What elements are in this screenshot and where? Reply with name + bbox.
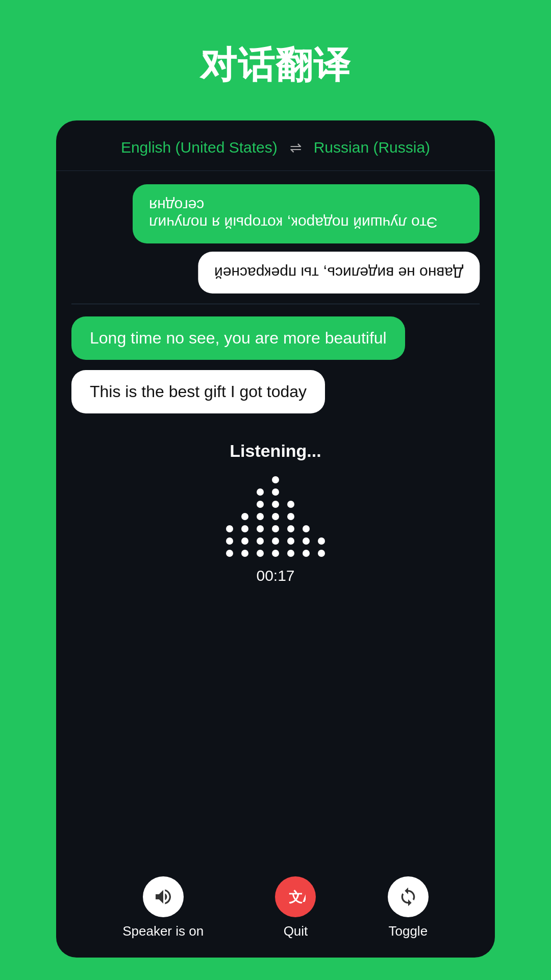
dot (241, 537, 248, 545)
dot (226, 550, 233, 557)
dot (226, 537, 233, 545)
dot (257, 501, 264, 508)
waveform-col-1 (226, 525, 233, 557)
dot (257, 525, 264, 532)
flipped-white-bubble: Давно не виделись, ты прекрасней (198, 252, 480, 293)
dot (272, 476, 279, 483)
dot (257, 488, 264, 496)
waveform (226, 475, 325, 557)
toggle-icon-bg (388, 876, 429, 917)
dot (272, 537, 279, 545)
waveform-col-2 (241, 513, 248, 557)
toggle-button[interactable]: Toggle (388, 876, 429, 939)
swap-icon[interactable]: ⇌ (290, 139, 302, 156)
dot (272, 513, 279, 520)
dot (241, 513, 248, 520)
dot (303, 537, 310, 545)
speaker-icon-bg (143, 876, 184, 917)
speaker-icon (153, 887, 173, 907)
translate-icon: 文A (285, 887, 306, 907)
bottom-controls: Speaker is on 文A Quit Toggle (56, 864, 495, 958)
dot (241, 525, 248, 532)
normal-green-bubble: Long time no see, you are more beautiful (71, 316, 405, 360)
svg-text:文A: 文A (289, 890, 306, 905)
language-right[interactable]: Russian (Russia) (314, 139, 430, 156)
waveform-col-3 (257, 488, 264, 557)
waveform-col-6 (303, 525, 310, 557)
normal-white-bubble: This is the best gift I got today (71, 370, 325, 413)
listening-area: Listening... (56, 426, 495, 864)
translation-card: English (United States) ⇌ Russian (Russi… (56, 120, 495, 958)
dot (287, 550, 294, 557)
toggle-icon (398, 887, 418, 907)
waveform-col-5 (287, 501, 294, 557)
app-title: 对话翻译 (200, 41, 351, 90)
dot (287, 501, 294, 508)
dot (287, 513, 294, 520)
quit-label: Quit (284, 923, 308, 939)
dot (241, 550, 248, 557)
quit-icon-bg: 文A (275, 876, 316, 917)
dot (226, 525, 233, 532)
dot (257, 550, 264, 557)
language-header: English (United States) ⇌ Russian (Russi… (56, 120, 495, 171)
dot (272, 525, 279, 532)
dot (257, 537, 264, 545)
quit-button[interactable]: 文A Quit (275, 876, 316, 939)
language-left[interactable]: English (United States) (121, 139, 278, 156)
dot (318, 550, 325, 557)
toggle-label: Toggle (388, 923, 428, 939)
dot (318, 537, 325, 545)
dot (287, 525, 294, 532)
timer: 00:17 (256, 567, 294, 584)
dot (303, 550, 310, 557)
speaker-label: Speaker is on (122, 923, 204, 939)
waveform-col-4 (272, 476, 279, 557)
dot (287, 537, 294, 545)
dot (272, 488, 279, 496)
waveform-col-7 (318, 537, 325, 557)
messages-lower: Long time no see, you are more beautiful… (56, 304, 495, 426)
flipped-green-bubble: Это лучший подарок, который я получил се… (133, 184, 480, 243)
dot (272, 550, 279, 557)
speaker-button[interactable]: Speaker is on (122, 876, 204, 939)
dot (272, 501, 279, 508)
listening-label: Listening... (230, 441, 321, 461)
messages-upper: Это лучший подарок, который я получил се… (56, 171, 495, 304)
dot (303, 525, 310, 532)
dot (257, 513, 264, 520)
